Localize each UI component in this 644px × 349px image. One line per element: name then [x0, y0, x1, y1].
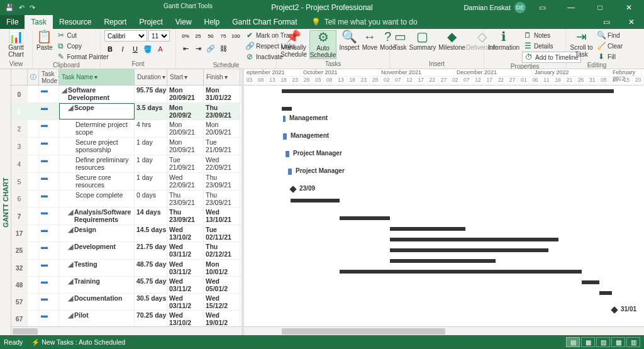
find-button[interactable]: 🔍Find: [596, 30, 624, 40]
gantt-row[interactable]: [244, 103, 644, 114]
row-id[interactable]: 48: [11, 277, 28, 293]
task-name-cell[interactable]: ◢Analysis/Software Requirements: [59, 208, 135, 224]
duration-cell[interactable]: 70.25 days: [135, 311, 167, 326]
user-name[interactable]: Damian Enskat: [464, 4, 511, 11]
ribbon-options-icon[interactable]: ▭: [530, 3, 555, 12]
tell-me-search[interactable]: 💡 Tell me what you want to do: [311, 15, 418, 29]
auto-schedule-button[interactable]: ⚙Auto Schedule: [309, 30, 337, 59]
start-cell[interactable]: Mon 20/09/21: [167, 120, 204, 137]
row-mode[interactable]: ▬: [39, 191, 59, 207]
fill-button[interactable]: ⬇Fill: [596, 52, 624, 62]
duration-cell[interactable]: 48.75 days: [135, 260, 167, 276]
tab-report[interactable]: Report: [97, 15, 133, 29]
view-sidebar-tab[interactable]: GANTT CHART: [0, 69, 11, 335]
row-mode[interactable]: ▬: [39, 103, 59, 119]
row-mode[interactable]: ▬: [39, 173, 59, 190]
task-name-cell[interactable]: ◢Pilot: [59, 311, 135, 326]
gantt-row[interactable]: [244, 277, 644, 287]
table-row[interactable]: 2▬Determine project scope4 hrsMon 20/09/…: [11, 120, 242, 138]
expand-icon[interactable]: ◢: [68, 311, 73, 319]
col-finish[interactable]: Finish▾: [204, 69, 240, 85]
expand-icon[interactable]: ◢: [62, 86, 67, 94]
task-name-cell[interactable]: ◢Software Development: [59, 86, 135, 102]
start-cell[interactable]: Wed 03/11/2: [167, 260, 204, 276]
start-cell[interactable]: Wed 03/11/2: [167, 294, 204, 310]
finish-cell[interactable]: Tue 21/09/21: [204, 138, 240, 155]
bold-button[interactable]: B: [104, 43, 116, 55]
view-usage-button[interactable]: ▦: [581, 337, 595, 347]
row-id[interactable]: 2: [11, 120, 28, 137]
finish-cell[interactable]: Thu 02/12/21: [204, 242, 240, 258]
start-cell[interactable]: Thu 23/09/21: [167, 208, 204, 224]
finish-cell[interactable]: Thu 23/09/21: [204, 103, 240, 119]
tab-gantt-format[interactable]: Gantt Chart Format: [226, 15, 303, 29]
summary-bar[interactable]: [291, 199, 340, 202]
summary-bar[interactable]: [340, 270, 582, 274]
summary-button[interactable]: ▢Summary: [409, 30, 436, 51]
gantt-row[interactable]: Management: [244, 131, 644, 149]
close-icon[interactable]: ✕: [616, 3, 641, 12]
task-bar[interactable]: [283, 116, 286, 122]
col-start[interactable]: Start▾: [167, 69, 204, 85]
table-row[interactable]: 0▬◢Software Development95.75 daysMon 20/…: [11, 86, 242, 103]
start-cell[interactable]: Tue 21/09/21: [167, 155, 204, 172]
duration-cell[interactable]: 21.75 days: [135, 242, 167, 258]
minimize-icon[interactable]: —: [558, 3, 584, 12]
row-mode[interactable]: ▬: [39, 260, 59, 276]
expand-icon[interactable]: ◢: [68, 243, 73, 250]
start-cell[interactable]: Wed 03/11/2: [167, 242, 204, 258]
duration-cell[interactable]: 1 day: [135, 155, 167, 172]
link-button[interactable]: 🔗: [205, 43, 216, 54]
row-id[interactable]: 25: [11, 242, 28, 258]
duration-cell[interactable]: 1 day: [135, 173, 167, 190]
task-name-cell[interactable]: Scope complete: [59, 191, 135, 207]
expand-icon[interactable]: ◢: [68, 277, 73, 285]
row-id[interactable]: 3: [11, 138, 28, 155]
pct0-button[interactable]: 0%: [180, 30, 191, 42]
task-name-cell[interactable]: ◢Testing: [59, 260, 135, 276]
finish-cell[interactable]: Wed 22/09/21: [204, 155, 240, 172]
summary-bar[interactable]: [340, 216, 390, 220]
duration-cell[interactable]: 0 days: [135, 191, 167, 207]
view-network-button[interactable]: ▨: [596, 337, 610, 347]
table-row[interactable]: 1▬◢Scope3.5 daysMon 20/09/2Thu 23/09/21: [11, 103, 242, 120]
summary-bar[interactable]: [282, 89, 614, 93]
row-id[interactable]: 67: [11, 311, 28, 326]
summary-bar[interactable]: [582, 280, 599, 284]
duration-cell[interactable]: 1 day: [135, 138, 167, 155]
outdent-button[interactable]: ⇤: [180, 43, 191, 54]
row-mode[interactable]: ▬: [39, 311, 59, 326]
gantt-row[interactable]: Project Manager: [244, 167, 644, 184]
font-color-button[interactable]: A: [155, 43, 166, 55]
finish-cell[interactable]: Mon 20/09/21: [204, 120, 240, 137]
row-mode[interactable]: ▬: [39, 294, 59, 310]
tab-project[interactable]: Project: [133, 15, 169, 29]
pct25-button[interactable]: 25: [192, 30, 204, 42]
task-name-cell[interactable]: Secure project sponsorship: [59, 138, 135, 155]
gantt-row[interactable]: [244, 287, 644, 305]
task-name-cell[interactable]: ◢Scope: [59, 103, 135, 119]
start-cell[interactable]: Mon 20/09/2: [167, 103, 204, 119]
expand-icon[interactable]: ◢: [68, 104, 73, 111]
row-mode[interactable]: ▬: [39, 277, 59, 293]
col-duration[interactable]: Duration▾: [135, 69, 167, 85]
gantt-row[interactable]: 23/09: [244, 184, 644, 195]
duration-cell[interactable]: 30.5 days: [135, 294, 167, 310]
table-row[interactable]: 3▬Secure project sponsorship1 dayMon 20/…: [11, 138, 242, 155]
window-close-secondary-icon[interactable]: ✕: [619, 15, 644, 29]
fill-color-button[interactable]: 🪣: [142, 43, 153, 55]
duration-cell[interactable]: 95.75 days: [135, 86, 167, 102]
underline-button[interactable]: U: [130, 43, 141, 55]
duration-cell[interactable]: 3.5 days: [135, 103, 167, 119]
expand-icon[interactable]: ◢: [68, 208, 73, 216]
task-name-cell[interactable]: ◢Design: [59, 225, 135, 241]
start-cell[interactable]: Wed 22/09/21: [167, 173, 204, 190]
row-mode[interactable]: ▬: [39, 120, 59, 137]
milestone-button[interactable]: ◆Milestone: [438, 30, 465, 51]
milestone-marker[interactable]: [289, 186, 296, 192]
row-id[interactable]: 5: [11, 173, 28, 190]
summary-bar[interactable]: [390, 248, 548, 252]
finish-cell[interactable]: Wed 19/01/2: [204, 311, 240, 326]
col-rownum[interactable]: [11, 69, 28, 85]
expand-icon[interactable]: ◢: [68, 226, 73, 233]
